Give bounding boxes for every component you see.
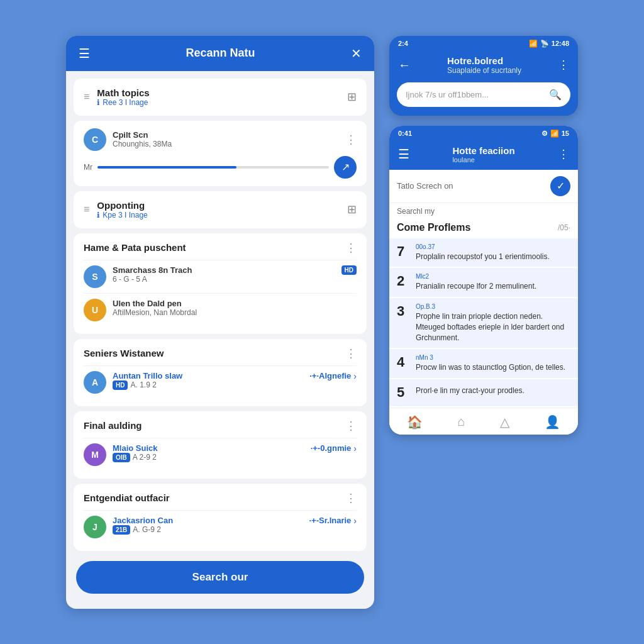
menu-icon-b[interactable]: ☰: [398, 147, 409, 162]
list-item: S Smarchass 8n Trach 6 - G - 5 A HD: [84, 260, 357, 293]
search-input[interactable]: Tatlo Screch on: [397, 181, 545, 191]
list-item: J Jackasrion Can 21B A. G-9 2 ·+-Sr.Inar…: [84, 510, 357, 543]
item-info: Smarchass 8n Trach 6 - G - 5 A: [113, 265, 192, 284]
list-item: U Ulen the Dald pen AftilMesion, Nan Mob…: [84, 293, 357, 326]
item-link[interactable]: ·+·Algnefie: [309, 371, 351, 380]
top-phone-header: ← Hotre.bolred Suaplaide of sucrtanly ⋮: [389, 50, 578, 82]
group-hame-header: Hame & Pata puschent ⋮: [84, 241, 357, 255]
cpilt-name: Cpilt Scn: [113, 130, 172, 140]
drag-icon: ≡: [84, 91, 89, 103]
item-info: Mlaio Suick OIB A 2-9 2: [113, 443, 158, 462]
check-button[interactable]: ✓: [550, 176, 570, 196]
group-seniers-header: Seniers Wistanew ⋮: [84, 347, 357, 360]
status-icons: 📶 📡 12:48: [529, 40, 569, 48]
phone-header-info: Hotre.bolred Suaplaide of sucrtanly: [447, 55, 521, 75]
problem-content: 00o.37 Proplalin recoupstof you 1 erient…: [416, 243, 570, 262]
badge: 21B: [113, 525, 130, 535]
phone-search-bar[interactable]: Ijnok 7/s ur off1bbem... 🔍: [397, 82, 570, 107]
slider-button[interactable]: ↗: [334, 156, 357, 179]
problem-text: Procw lin was to staunctlog Gption, de t…: [416, 362, 570, 373]
bottom-nav-title: Hotte feaciion loulane: [452, 145, 514, 164]
wifi-icon-b: 📶: [550, 130, 559, 138]
right-panels: 2:4 📶 📡 12:48 ← Hotre.bolred Suaplaide o…: [389, 36, 578, 435]
search-placeholder: Ijnok 7/s ur off1bbem...: [406, 90, 489, 99]
item-arrow: ›: [353, 371, 357, 381]
problem-text: Pranialin recoupe lfor 2 memulinent.: [416, 281, 570, 292]
problem-item-5[interactable]: 5 Prorl·e lin my cract-your prodles.: [389, 379, 578, 407]
left-body: ≡ Math topics ℹ Ree 3 I Inage ⊞ C: [66, 71, 374, 609]
group-entgendiat-more[interactable]: ⋮: [345, 491, 357, 505]
avatar: M: [84, 443, 106, 466]
category-info-op: Opponting ℹ Kpe 3 I Inage: [97, 200, 147, 219]
phone-bottom: 0:41 ⚙ 📶 15 ☰ Hotte feaciion loulane ⋮: [389, 126, 578, 435]
nav-profile[interactable]: 👤: [545, 414, 560, 430]
problem-content: Prorl·e lin my cract-your prodles.: [416, 384, 570, 396]
problem-meta: Mlc2: [416, 273, 570, 280]
bottom-time: 0:41: [398, 130, 412, 137]
problem-item-2[interactable]: 2 Mlc2 Pranialin recoupe lfor 2 memuline…: [389, 268, 578, 298]
problem-meta: nMn 3: [416, 354, 570, 361]
item-sub: A. 1.9 2: [130, 380, 156, 389]
cpilt-more-icon[interactable]: ⋮: [345, 133, 357, 147]
problem-number: 5: [397, 384, 409, 401]
group-seniers-title: Seniers Wistanew: [84, 348, 164, 358]
bottom-phone-header: 0:41 ⚙ 📶 15 ☰ Hotte feaciion loulane ⋮: [389, 126, 578, 170]
nav-triangle[interactable]: △: [500, 414, 509, 430]
problem-number: 3: [397, 303, 409, 319]
item-right: ·+·Algnefie ›: [309, 371, 357, 381]
item-link[interactable]: ·+-0.gnmie: [311, 443, 352, 453]
close-icon[interactable]: ✕: [351, 46, 362, 61]
search-button[interactable]: Search our: [76, 561, 364, 594]
badge: OIB: [113, 453, 130, 462]
cpilt-header: C Cpilt Scn Chounghis, 38Ma ⋮: [84, 128, 357, 151]
bottom-phone-subtitle: loulane: [452, 156, 514, 164]
nav-home[interactable]: 🏠: [407, 414, 423, 430]
problem-number: 4: [397, 354, 409, 370]
group-final-more[interactable]: ⋮: [345, 419, 357, 433]
profile-icon: 👤: [545, 414, 560, 430]
phone-more-icon[interactable]: ⋮: [558, 58, 569, 72]
left-header: ☰ Recann Natu ✕: [66, 36, 374, 71]
left-panel: ☰ Recann Natu ✕ ≡ Math topics ℹ Ree 3 I …: [66, 36, 374, 609]
problem-item-3[interactable]: 3 Op.B.3 Prophe lin train priople dectio…: [389, 298, 578, 349]
problem-number: 2: [397, 273, 409, 289]
problem-item-1[interactable]: 7 00o.37 Proplalin recoupstof you 1 erie…: [389, 238, 578, 269]
item-right: ·+-0.gnmie ›: [311, 443, 357, 453]
problem-content: Mlc2 Pranialin recoupe lfor 2 memulinent…: [416, 273, 570, 292]
item-arrow: ›: [353, 516, 357, 526]
search-my-label: Searchl my: [389, 203, 578, 219]
nav-house[interactable]: ⌂: [458, 414, 465, 430]
category-icon-math[interactable]: ⊞: [347, 90, 357, 104]
group-hame-more[interactable]: ⋮: [345, 241, 357, 255]
category-title-math: Math topics: [97, 87, 149, 98]
settings-icon: ⚙: [541, 130, 548, 138]
category-card-opponting: ≡ Opponting ℹ Kpe 3 I Inage ⊞: [74, 191, 367, 228]
item-link[interactable]: ·+-Sr.Inarie: [309, 516, 351, 525]
info-icon-op: ℹ: [97, 211, 100, 219]
cpilt-info: Cpilt Scn Chounghis, 38Ma: [113, 130, 172, 148]
problem-meta: 00o.37: [416, 243, 570, 250]
category-icon-op[interactable]: ⊞: [347, 203, 357, 216]
come-problems-count: /05·: [558, 223, 570, 232]
search-icon[interactable]: 🔍: [549, 89, 562, 101]
group-hame-title: Hame & Pata puschent: [84, 242, 186, 253]
item-name: Mlaio Suick: [113, 443, 158, 453]
top-status-bar: 2:4 📶 📡 12:48: [389, 36, 578, 50]
cpilt-sub: Chounghis, 38Ma: [113, 140, 172, 148]
menu-icon[interactable]: ☰: [79, 46, 90, 61]
more-icon-b[interactable]: ⋮: [558, 147, 569, 161]
house-icon: ⌂: [458, 414, 465, 429]
problem-content: Op.B.3 Prophe lin train priople dection …: [416, 303, 570, 343]
avatar: U: [84, 299, 106, 321]
group-final: Final aulding ⋮ M Mlaio Suick OIB A 2-9 …: [74, 411, 367, 479]
bottom-phone-nav: ☰ Hotte feaciion loulane ⋮: [389, 140, 578, 170]
main-container: ☰ Recann Natu ✕ ≡ Math topics ℹ Ree 3 I …: [41, 11, 603, 634]
bottom-status-icons: ⚙ 📶 15: [541, 130, 569, 138]
back-button[interactable]: ←: [398, 58, 411, 72]
problem-item-4[interactable]: 4 nMn 3 Procw lin was to staunctlog Gpti…: [389, 349, 578, 379]
avatar: J: [84, 516, 106, 538]
bottom-status-bar: 0:41 ⚙ 📶 15: [389, 126, 578, 140]
slider-track[interactable]: [97, 166, 329, 169]
bottom-phone-title: Hotte feaciion: [452, 145, 514, 156]
group-seniers-more[interactable]: ⋮: [345, 347, 357, 360]
